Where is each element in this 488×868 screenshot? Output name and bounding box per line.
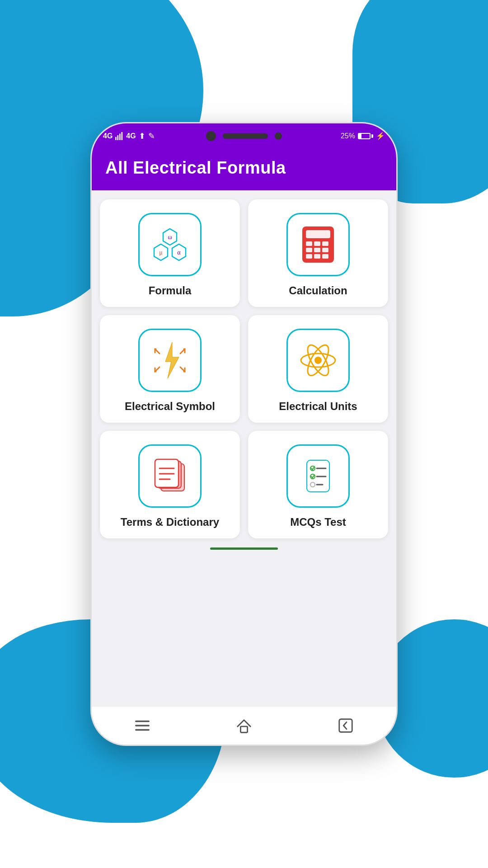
usb-icon: ⬆ <box>139 131 145 141</box>
status-left: 4G 4G ⬆ ✎ <box>103 131 155 141</box>
svg-rect-50 <box>240 726 247 732</box>
phone-frame: 4G 4G ⬆ ✎ 25% ⚡ <box>90 122 398 746</box>
menu-card-formula[interactable]: ω μ α Formula <box>100 199 240 307</box>
speaker <box>223 133 268 139</box>
electrical-units-label: Electrical Units <box>279 400 357 413</box>
mcqs-test-label: MCQs Test <box>290 516 346 528</box>
formula-icon: ω μ α <box>150 224 190 265</box>
edit-icon: ✎ <box>148 131 155 141</box>
calculation-label: Calculation <box>289 284 347 297</box>
terms-dictionary-icon <box>150 456 190 496</box>
home-icon[interactable] <box>235 717 253 734</box>
menu-card-terms-dictionary[interactable]: Terms & Dictionary <box>100 431 240 538</box>
svg-rect-12 <box>306 241 312 246</box>
status-bar: 4G 4G ⬆ ✎ 25% ⚡ <box>92 123 396 148</box>
back-icon[interactable] <box>337 717 354 734</box>
svg-text:α: α <box>177 249 181 256</box>
electrical-units-icon <box>298 340 338 381</box>
svg-text:μ: μ <box>159 249 163 256</box>
app-header: All Electrical Formula <box>92 148 396 190</box>
terms-dictionary-label: Terms & Dictionary <box>121 516 219 528</box>
svg-rect-15 <box>306 248 312 252</box>
svg-rect-17 <box>322 248 328 252</box>
svg-marker-21 <box>165 342 179 378</box>
bottom-nav <box>92 706 396 745</box>
scroll-indicator <box>210 547 278 550</box>
svg-rect-16 <box>314 248 320 252</box>
svg-rect-1 <box>117 135 119 140</box>
svg-rect-18 <box>306 254 312 259</box>
mcqs-test-icon-container <box>286 444 350 508</box>
svg-rect-14 <box>322 241 328 246</box>
svg-rect-19 <box>314 254 320 259</box>
signal-4g-1: 4G <box>103 132 113 140</box>
battery-percent-text: 25% <box>341 132 355 140</box>
menu-card-electrical-symbol[interactable]: Electrical Symbol <box>100 315 240 423</box>
calculation-icon-container <box>286 213 350 276</box>
hamburger-menu-icon[interactable] <box>134 717 151 734</box>
mcqs-test-icon <box>298 456 338 496</box>
menu-grid: ω μ α Formula <box>100 199 388 538</box>
svg-rect-20 <box>322 254 328 259</box>
svg-rect-11 <box>306 230 330 238</box>
front-camera <box>206 131 216 141</box>
signal-bars-icon <box>115 132 123 140</box>
calculation-icon <box>298 224 338 265</box>
svg-rect-2 <box>119 133 121 140</box>
sensor <box>275 132 282 140</box>
menu-card-mcqs-test[interactable]: MCQs Test <box>248 431 388 538</box>
svg-rect-0 <box>115 137 117 140</box>
charging-icon: ⚡ <box>376 132 385 140</box>
svg-rect-51 <box>339 719 352 732</box>
electrical-units-icon-container <box>286 329 350 392</box>
app-content: ω μ α Formula <box>92 190 396 706</box>
menu-card-calculation[interactable]: Calculation <box>248 199 388 307</box>
formula-icon-container: ω μ α <box>138 213 202 276</box>
terms-dictionary-icon-container <box>138 444 202 508</box>
electrical-symbol-label: Electrical Symbol <box>125 400 215 413</box>
svg-text:ω: ω <box>168 234 172 241</box>
app-title: All Electrical Formula <box>105 158 286 177</box>
svg-rect-3 <box>122 132 123 140</box>
electrical-symbol-icon <box>150 340 190 381</box>
status-center <box>206 131 282 141</box>
status-right: 25% ⚡ <box>341 132 385 140</box>
svg-point-26 <box>314 357 322 364</box>
formula-label: Formula <box>149 284 192 297</box>
signal-4g-2: 4G <box>126 132 136 140</box>
svg-rect-13 <box>314 241 320 246</box>
menu-card-electrical-units[interactable]: Electrical Units <box>248 315 388 423</box>
battery-icon <box>358 133 373 139</box>
electrical-symbol-icon-container <box>138 329 202 392</box>
